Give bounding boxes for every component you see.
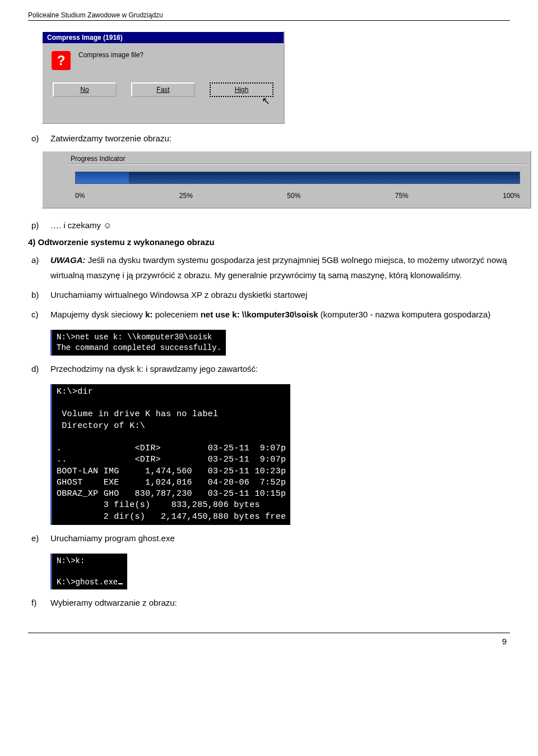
list-item-text: Uruchamiamy wirtualnego Windowsa XP z ob…	[50, 287, 510, 302]
section-heading: 4) Odtworzenie systemu z wykonanego obra…	[28, 237, 510, 247]
tick-label: 50%	[287, 192, 300, 200]
list-item-text: Mapujemy dysk sieciowy k: poleceniem net…	[50, 307, 510, 322]
list-marker: b)	[28, 287, 50, 302]
no-button[interactable]: No	[53, 82, 117, 97]
list-marker: e)	[28, 531, 50, 546]
console-netuse: N:\>net use k: \\komputer30\soisk The co…	[50, 330, 226, 356]
warning-label: UWAGA:	[50, 255, 86, 265]
progress-panel: Progress Indicator 0% 25% 50% 75% 100%	[41, 150, 531, 209]
dialog-message: Compress image file?	[78, 51, 143, 59]
list-item-text: Wybieramy odtwarzanie z obrazu:	[50, 595, 510, 610]
list-marker: p)	[28, 218, 50, 233]
progress-bar	[75, 172, 520, 184]
tick-label: 100%	[503, 192, 520, 200]
list-marker: d)	[28, 361, 50, 376]
tick-label: 75%	[395, 192, 409, 200]
list-marker: f)	[28, 595, 50, 610]
list-item-text: Uruchamiamy program ghost.exe	[50, 531, 510, 546]
tick-label: 25%	[179, 192, 193, 200]
list-item-text: UWAGA: Jeśli na dysku twardym systemu go…	[50, 252, 510, 283]
list-marker: o)	[28, 131, 50, 146]
high-button[interactable]: High	[210, 82, 273, 97]
list-marker: c)	[28, 307, 50, 322]
fast-button[interactable]: Fast	[131, 82, 195, 97]
dialog-title: Compress Image (1916)	[43, 32, 284, 43]
list-marker: a)	[28, 252, 50, 283]
tick-label: 0%	[75, 192, 85, 200]
question-icon: ?	[52, 51, 71, 70]
list-item-text: Przechodzimy na dysk k: i sprawdzamy jeg…	[50, 361, 510, 376]
compress-dialog: Compress Image (1916) ? Compress image f…	[41, 31, 285, 124]
console-dir: K:\>dir Volume in drive K has no label D…	[50, 384, 290, 525]
page-header: Policealne Studium Zawodowe w Grudziądzu	[28, 11, 510, 21]
list-item-text: Zatwierdzamy tworzenie obrazu:	[50, 131, 510, 146]
console-ghost: N:\>k: K:\>ghost.exe	[50, 554, 127, 590]
page-number: 9	[28, 633, 510, 646]
progress-title: Progress Indicator	[65, 151, 530, 164]
list-item-text: …. i czekamy ☺	[50, 218, 510, 233]
